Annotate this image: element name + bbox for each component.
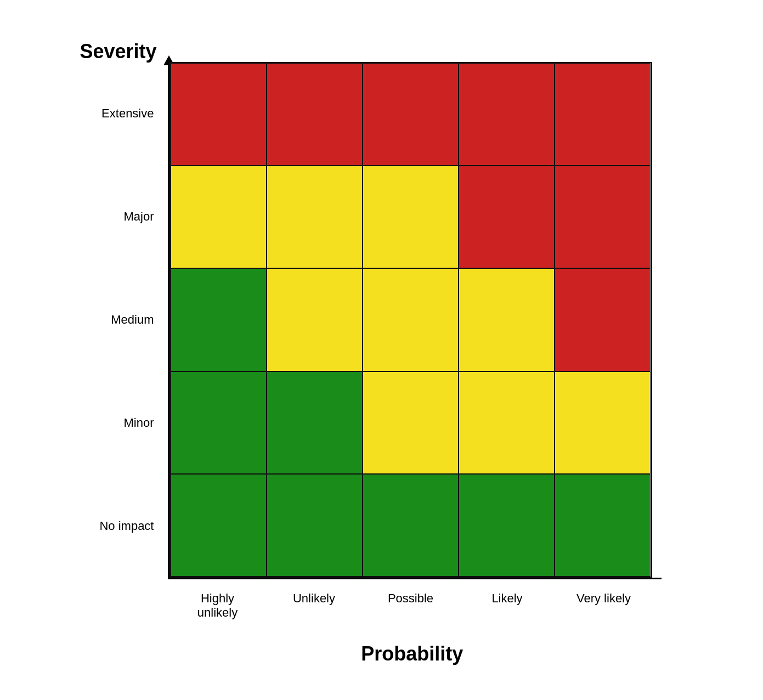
risk-grid: [169, 62, 652, 578]
cell-row3-col0: [171, 371, 267, 474]
x-label-2: Possible: [363, 586, 459, 630]
cell-row1-col4: [555, 166, 651, 268]
cell-row2-col1: [267, 268, 363, 371]
y-label-3: Minor: [80, 371, 162, 475]
cell-row0-col3: [459, 63, 555, 166]
cell-row2-col4: [555, 268, 651, 371]
y-label-0: Extensive: [80, 62, 162, 165]
cell-row1-col0: [171, 166, 267, 268]
cell-row3-col2: [363, 371, 459, 474]
cell-row0-col1: [267, 63, 363, 166]
x-axis-line: [168, 578, 662, 579]
cell-row4-col4: [555, 474, 651, 577]
cell-row4-col2: [363, 474, 459, 577]
cell-row4-col3: [459, 474, 555, 577]
y-label-2: Medium: [80, 268, 162, 371]
x-label-4: Very likely: [556, 586, 652, 630]
x-axis-title: Probability: [361, 642, 463, 665]
cell-row2-col0: [171, 268, 267, 371]
x-label-1: Unlikely: [266, 586, 363, 630]
cell-row2-col3: [459, 268, 555, 371]
cell-row0-col4: [555, 63, 651, 166]
cell-row1-col3: [459, 166, 555, 268]
x-labels: HighlyunlikelyUnlikelyPossibleLikelyVery…: [169, 586, 652, 630]
y-axis-title: Severity: [80, 40, 157, 63]
cell-row3-col4: [555, 371, 651, 474]
cell-row1-col2: [363, 166, 459, 268]
cell-row3-col3: [459, 371, 555, 474]
cell-row4-col0: [171, 474, 267, 577]
axes: ExtensiveMajorMediumMinorNo impact Highl…: [168, 62, 662, 600]
cell-row1-col1: [267, 166, 363, 268]
x-label-0: Highlyunlikely: [169, 586, 266, 630]
cell-row4-col1: [267, 474, 363, 577]
x-label-3: Likely: [459, 586, 556, 630]
cell-row3-col1: [267, 371, 363, 474]
cell-row0-col0: [171, 63, 267, 166]
y-label-4: No impact: [80, 475, 162, 578]
y-labels: ExtensiveMajorMediumMinorNo impact: [80, 62, 162, 578]
cell-row0-col2: [363, 63, 459, 166]
cell-row2-col2: [363, 268, 459, 371]
y-label-1: Major: [80, 165, 162, 268]
risk-matrix-chart: Severity Probability ExtensiveMajorMediu…: [80, 35, 683, 665]
